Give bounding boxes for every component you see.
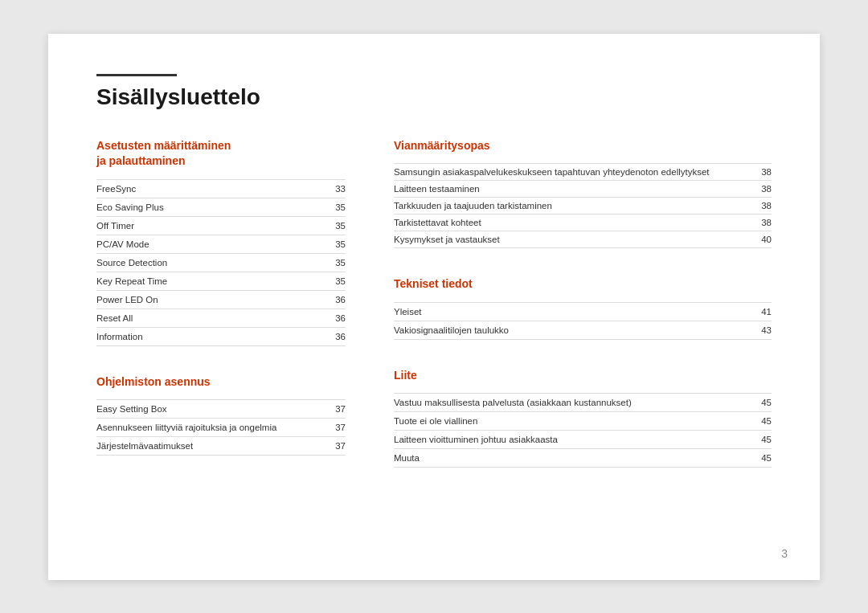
row-label: Information	[96, 327, 321, 345]
row-page: 45	[747, 412, 772, 431]
row-page: 35	[321, 272, 346, 290]
table-row: Järjestelmävaatimukset37	[96, 437, 346, 456]
section-vian: Vianmääritysopas Samsungin asiakaspalvel…	[394, 138, 772, 249]
table-row: Asennukseen liittyviä rajoituksia ja ong…	[96, 419, 346, 437]
row-page: 33	[321, 179, 346, 198]
table-row: Key Repeat Time35	[96, 272, 346, 290]
row-page: 37	[321, 400, 346, 419]
row-label: Off Timer	[96, 216, 321, 235]
row-label: Key Repeat Time	[96, 272, 321, 290]
page-title: Sisällysluettelo	[96, 84, 772, 110]
row-page: 45	[747, 449, 772, 468]
ohjelmiston-table: Easy Setting Box37Asennukseen liittyviä …	[96, 399, 346, 456]
table-row: Vakiosignaalitilojen taulukko43	[394, 321, 772, 339]
table-row: FreeSync33	[96, 179, 346, 198]
page: Sisällysluettelo Asetusten määrittäminen…	[48, 34, 820, 580]
section-tekniset-title: Tekniset tiedot	[394, 276, 772, 292]
table-row: Laitteen testaaminen38	[394, 181, 772, 198]
row-label: FreeSync	[96, 179, 321, 198]
table-row: Source Detection35	[96, 253, 346, 272]
table-row: Eco Saving Plus35	[96, 198, 346, 216]
table-row: Samsungin asiakaspalvelukeskukseen tapah…	[394, 164, 772, 181]
row-page: 38	[747, 181, 772, 198]
title-bar	[96, 74, 177, 76]
table-row: Kysymykset ja vastaukset40	[394, 231, 772, 248]
section-asetusten: Asetusten määrittäminenja palauttaminen …	[96, 138, 346, 346]
row-page: 38	[747, 198, 772, 215]
table-row: Off Timer35	[96, 216, 346, 235]
row-label: PC/AV Mode	[96, 235, 321, 253]
row-page: 40	[747, 231, 772, 248]
section-tekniset: Tekniset tiedot Yleiset41Vakiosignaaliti…	[394, 276, 772, 340]
row-label: Vastuu maksullisesta palvelusta (asiakka…	[394, 394, 747, 412]
row-label: Vakiosignaalitilojen taulukko	[394, 321, 747, 339]
row-page: 36	[321, 309, 346, 327]
left-column: Asetusten määrittäminenja palauttaminen …	[96, 138, 346, 497]
row-page: 45	[747, 431, 772, 449]
row-label: Asennukseen liittyviä rajoituksia ja ong…	[96, 419, 321, 437]
row-label: Eco Saving Plus	[96, 198, 321, 216]
table-row: PC/AV Mode35	[96, 235, 346, 253]
row-label: Source Detection	[96, 253, 321, 272]
row-label: Power LED On	[96, 290, 321, 309]
row-page: 45	[747, 394, 772, 412]
table-row: Tarkistettavat kohteet38	[394, 215, 772, 231]
row-page: 36	[321, 290, 346, 309]
row-page: 38	[747, 164, 772, 181]
row-label: Easy Setting Box	[96, 400, 321, 419]
table-row: Reset All36	[96, 309, 346, 327]
vian-table: Samsungin asiakaspalvelukeskukseen tapah…	[394, 163, 772, 248]
tekniset-table: Yleiset41Vakiosignaalitilojen taulukko43	[394, 302, 772, 340]
right-column: Vianmääritysopas Samsungin asiakaspalvel…	[394, 138, 772, 497]
row-label: Laitteen testaaminen	[394, 181, 747, 198]
row-label: Tarkkuuden ja taajuuden tarkistaminen	[394, 198, 747, 215]
asetusten-table: FreeSync33Eco Saving Plus35Off Timer35PC…	[96, 179, 346, 346]
row-page: 36	[321, 327, 346, 345]
liite-table: Vastuu maksullisesta palvelusta (asiakka…	[394, 393, 772, 468]
row-label: Samsungin asiakaspalvelukeskukseen tapah…	[394, 164, 747, 181]
table-row: Easy Setting Box37	[96, 400, 346, 419]
row-label: Yleiset	[394, 302, 747, 321]
row-page: 37	[321, 419, 346, 437]
table-row: Vastuu maksullisesta palvelusta (asiakka…	[394, 394, 772, 412]
section-liite: Liite Vastuu maksullisesta palvelusta (a…	[394, 368, 772, 468]
row-page: 35	[321, 198, 346, 216]
row-label: Tuote ei ole viallinen	[394, 412, 747, 431]
page-number: 3	[781, 547, 788, 560]
section-vian-title: Vianmääritysopas	[394, 138, 772, 154]
row-page: 35	[321, 253, 346, 272]
section-ohjelmiston: Ohjelmiston asennus Easy Setting Box37As…	[96, 374, 346, 456]
row-label: Järjestelmävaatimukset	[96, 437, 321, 456]
table-row: Muuta45	[394, 449, 772, 468]
table-row: Tuote ei ole viallinen45	[394, 412, 772, 431]
row-page: 35	[321, 216, 346, 235]
row-page: 38	[747, 215, 772, 231]
row-page: 43	[747, 321, 772, 339]
row-label: Kysymykset ja vastaukset	[394, 231, 747, 248]
section-ohjelmiston-title: Ohjelmiston asennus	[96, 374, 346, 390]
row-page: 41	[747, 302, 772, 321]
row-label: Reset All	[96, 309, 321, 327]
row-page: 35	[321, 235, 346, 253]
table-row: Power LED On36	[96, 290, 346, 309]
section-asetusten-title: Asetusten määrittäminenja palauttaminen	[96, 138, 346, 170]
row-label: Laitteen vioittuminen johtuu asiakkaasta	[394, 431, 747, 449]
row-page: 37	[321, 437, 346, 456]
table-row: Yleiset41	[394, 302, 772, 321]
table-row: Tarkkuuden ja taajuuden tarkistaminen38	[394, 198, 772, 215]
row-label: Muuta	[394, 449, 747, 468]
section-liite-title: Liite	[394, 368, 772, 384]
content-columns: Asetusten määrittäminenja palauttaminen …	[96, 138, 772, 497]
table-row: Laitteen vioittuminen johtuu asiakkaasta…	[394, 431, 772, 449]
row-label: Tarkistettavat kohteet	[394, 215, 747, 231]
table-row: Information36	[96, 327, 346, 345]
